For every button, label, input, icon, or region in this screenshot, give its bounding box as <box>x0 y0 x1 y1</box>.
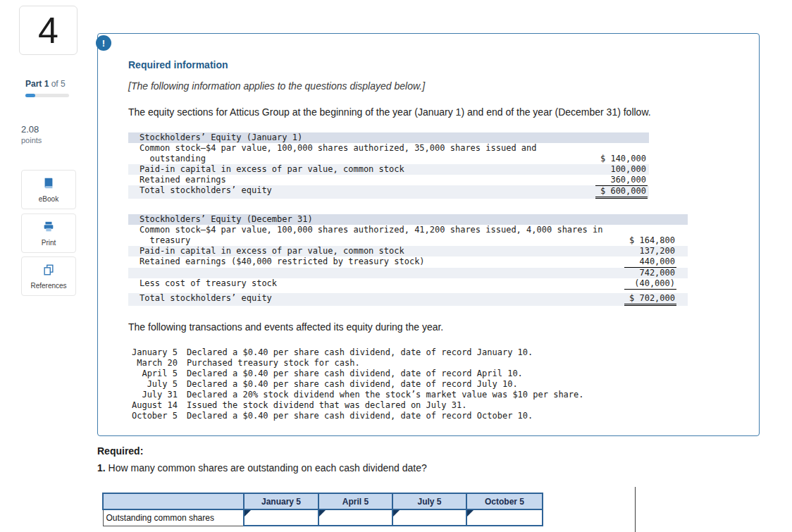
row-value: 360,000 <box>586 175 649 185</box>
points-value: 2.08 <box>21 124 42 135</box>
ebook-button[interactable]: eBook <box>21 170 76 209</box>
table-title: Stockholders’ Equity (December 31) <box>128 214 688 225</box>
table-row: Common stock—$4 par value, 100,000 share… <box>128 143 649 164</box>
transaction-date: April 5 <box>128 369 178 379</box>
row-value: $ 702,000 <box>614 293 688 306</box>
answer-cell-jan5[interactable] <box>244 509 318 526</box>
row-label: Paid-in capital in excess of par value, … <box>128 164 586 175</box>
answer-input-jan5[interactable] <box>245 511 318 524</box>
equity-table-december: Stockholders’ Equity (December 31) Commo… <box>128 214 688 306</box>
intro-paragraph: The equity sections for Atticus Group at… <box>128 106 745 118</box>
ebook-label: eBook <box>39 195 58 203</box>
answer-table: January 5 April 5 July 5 October 5 Outst… <box>102 493 543 526</box>
answer-input-oct5[interactable] <box>467 511 542 524</box>
row-value: 137,200 <box>614 246 688 256</box>
row-label: Retained earnings ($40,000 restricted by… <box>128 256 614 268</box>
answer-corner-cell <box>103 493 244 509</box>
transactions-intro: The following transactions and events af… <box>128 321 745 333</box>
transaction-date: January 5 <box>128 347 178 358</box>
transaction-date: March 20 <box>128 358 178 369</box>
required-information-heading: Required information <box>128 59 745 70</box>
answer-data-row: Outstanding common shares <box>103 509 543 526</box>
transaction-desc: Declared a 20% stock dividend when the s… <box>178 390 584 400</box>
answer-header-jul5: July 5 <box>392 493 466 509</box>
question-number-prefix: 1. <box>97 462 106 474</box>
row-value: 100,000 <box>586 164 649 175</box>
answer-header-jan5: January 5 <box>244 493 318 509</box>
transaction-desc: Declared a $0.40 per share cash dividend… <box>178 369 584 379</box>
table-row: Common stock—$4 par value, 100,000 share… <box>128 225 688 246</box>
references-icon <box>42 264 55 279</box>
transaction-row: October 5 Declared a $0.40 per share cas… <box>128 411 584 421</box>
table-row: Less cost of treasury stock (40,000) <box>128 278 688 290</box>
print-label: Print <box>42 239 56 247</box>
transaction-row: August 14 Issued the stock dividend that… <box>128 400 584 411</box>
equity-table-january: Stockholders’ Equity (January 1) Common … <box>128 132 649 199</box>
transaction-desc: Declared a $0.40 per share cash dividend… <box>178 411 584 421</box>
references-label: References <box>30 282 66 290</box>
answer-row-label: Outstanding common shares <box>103 509 244 526</box>
transaction-row: January 5 Declared a $0.40 per share cas… <box>128 347 584 358</box>
answer-input-apr5[interactable] <box>319 511 392 524</box>
answer-cell-apr5[interactable] <box>318 509 392 526</box>
answer-cell-oct5[interactable] <box>466 509 543 526</box>
print-icon <box>42 221 55 236</box>
table-row: Retained earnings ($40,000 restricted by… <box>128 256 688 268</box>
transaction-desc: Declared a $0.40 per share cash dividend… <box>178 379 584 390</box>
references-button[interactable]: References <box>21 256 76 296</box>
transaction-date: July 31 <box>128 390 178 400</box>
transaction-desc: Declared a $0.40 per share cash dividend… <box>178 347 584 358</box>
table-row: Total stockholders’ equity $ 702,000 <box>128 293 688 306</box>
table-row: Paid-in capital in excess of par value, … <box>128 246 688 256</box>
table-row: 742,000 <box>128 268 688 278</box>
alert-icon: ! <box>96 35 111 51</box>
part-progress-bar <box>25 94 69 97</box>
transaction-date: July 5 <box>128 379 178 390</box>
table-title: Stockholders’ Equity (January 1) <box>128 132 649 143</box>
table-row: Total stockholders’ equity $ 600,000 <box>128 185 649 199</box>
transaction-desc: Purchased treasury stock for cash. <box>178 358 584 369</box>
answer-cell-jul5[interactable] <box>392 509 466 526</box>
worksheet-gridline <box>635 487 636 532</box>
ebook-icon <box>42 177 55 192</box>
row-value: (40,000) <box>614 278 688 290</box>
transaction-desc: Issued the stock dividend that was decla… <box>178 400 584 411</box>
answer-header-row: January 5 April 5 July 5 October 5 <box>103 493 543 509</box>
row-label: Less cost of treasury stock <box>128 278 614 290</box>
required-label: Required: <box>97 445 143 457</box>
part-indicator: Part 1 of 5 <box>25 79 66 89</box>
required-information-panel: Required information [The following info… <box>97 33 760 436</box>
table-row: Paid-in capital in excess of par value, … <box>128 164 649 175</box>
transactions-list: January 5 Declared a $0.40 per share cas… <box>128 347 584 421</box>
question-number-box: 4 <box>19 6 78 55</box>
transaction-row: April 5 Declared a $0.40 per share cash … <box>128 369 584 379</box>
assignment-page: 4 Part 1 of 5 2.08 points eBook Print <box>0 0 792 532</box>
transaction-date: October 5 <box>128 411 178 421</box>
row-label: Common stock—$4 par value, 100,000 share… <box>128 225 614 246</box>
answer-header-apr5: April 5 <box>318 493 392 509</box>
print-button[interactable]: Print <box>21 214 76 253</box>
row-label: Retained earnings <box>128 175 586 185</box>
transaction-row: July 5 Declared a $0.40 per share cash d… <box>128 379 584 390</box>
part-progress-fill <box>25 94 35 97</box>
transaction-row: July 31 Declared a 20% stock dividend wh… <box>128 390 584 400</box>
transaction-date: August 14 <box>128 400 178 411</box>
row-value: 742,000 <box>614 268 688 278</box>
row-label: Paid-in capital in excess of par value, … <box>128 246 614 256</box>
row-label <box>128 268 614 278</box>
question-text: 1. How many common shares are outstandin… <box>97 462 427 474</box>
row-label: Total stockholders’ equity <box>128 185 586 199</box>
answer-input-jul5[interactable] <box>393 511 466 524</box>
transaction-row: March 20 Purchased treasury stock for ca… <box>128 358 584 369</box>
row-value: $ 164,800 <box>614 225 688 246</box>
row-value: 440,000 <box>614 256 688 268</box>
points-block: 2.08 points <box>21 124 42 144</box>
row-label: Total stockholders’ equity <box>128 293 614 306</box>
row-value: $ 600,000 <box>586 185 649 199</box>
points-label: points <box>21 136 42 144</box>
row-label: Common stock—$4 par value, 100,000 share… <box>128 143 586 164</box>
part-total: of 5 <box>49 79 65 89</box>
answer-header-oct5: October 5 <box>466 493 543 509</box>
part-label: Part 1 <box>25 79 49 89</box>
table-row: Retained earnings 360,000 <box>128 175 649 185</box>
